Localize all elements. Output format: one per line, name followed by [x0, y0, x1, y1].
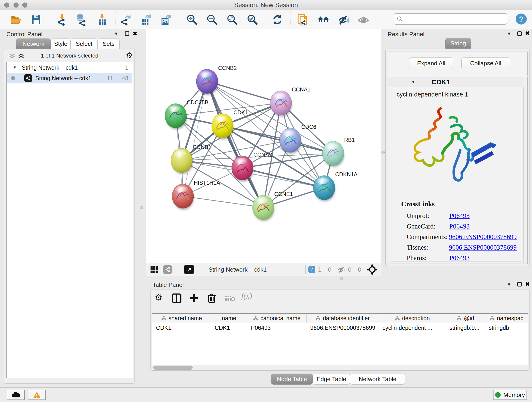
window-close-button[interactable] [4, 2, 9, 7]
network-node[interactable]: CDKN1A [313, 171, 357, 201]
results-panel-close-icon[interactable]: ✖ [525, 30, 530, 37]
export-network-icon[interactable] [119, 13, 132, 26]
results-panel-collapse-icon[interactable]: ▼ [507, 31, 511, 36]
show-columns-icon[interactable] [172, 293, 182, 303]
help-icon[interactable]: ? [516, 13, 527, 25]
delete-table-icon[interactable] [225, 295, 235, 302]
hide-eye-icon[interactable] [337, 13, 350, 26]
table-cell[interactable]: stringdb:9... [446, 323, 485, 332]
expand-all-button[interactable]: Expand All [409, 57, 453, 69]
warning-button[interactable] [28, 390, 46, 400]
selected-checkbox-icon[interactable]: ✓ [308, 266, 315, 273]
network-edge[interactable] [207, 81, 281, 103]
table-hscrollbar[interactable] [152, 365, 528, 370]
network-node[interactable]: CCNE1 [253, 191, 293, 221]
network-node[interactable]: CDK1 [212, 109, 248, 140]
network-graph[interactable]: CCNB2CCNA1CDC25BCDK1CDC6RB1CCNB1CCNA2CDK… [146, 29, 381, 263]
network-canvas[interactable]: CCNB2CCNA1CDC25BCDK1CDC6RB1CCNB1CCNA2CDK… [146, 29, 381, 263]
import-network-icon[interactable] [56, 13, 69, 26]
tab-edge-table[interactable]: Edge Table [313, 374, 350, 385]
network-node[interactable]: CDC6 [279, 124, 316, 154]
network-edge[interactable] [183, 81, 207, 196]
import-table-icon[interactable] [96, 13, 109, 26]
column-header-database-identifier[interactable]: database identifier [307, 314, 379, 323]
table-cell[interactable]: CDK1 [211, 323, 247, 332]
tab-string[interactable]: String [445, 38, 471, 49]
crosslink-link[interactable]: P06493 [449, 223, 470, 230]
window-zoom-button[interactable] [22, 2, 27, 7]
control-panel-close-icon[interactable]: ✖ [133, 30, 137, 37]
export-table-icon[interactable] [139, 13, 152, 26]
table-cell[interactable]: cyclin-dependent ... [379, 323, 446, 332]
share-document-icon[interactable] [297, 13, 309, 26]
disclosure-triangle-icon[interactable]: ▼ [13, 65, 17, 70]
network-edge[interactable] [183, 196, 263, 207]
zoom-in-icon[interactable] [186, 13, 198, 26]
crosslink-link[interactable]: P06493 [449, 212, 470, 220]
network-collection-row[interactable]: ▼ String Network – cdk1 1 [7, 62, 133, 73]
table-cell[interactable]: stringdb [485, 323, 528, 332]
table-cell[interactable]: 9606.ENSP00000378699 [307, 323, 379, 332]
show-eye-icon[interactable] [357, 13, 370, 26]
gear-icon[interactable]: ⚙ [126, 51, 133, 60]
vertical-splitter-handle[interactable] [140, 206, 143, 209]
column-header-canonical-name[interactable]: canonical name [247, 314, 307, 323]
table-cell[interactable]: CDK1 [152, 323, 211, 332]
open-in-window-icon[interactable]: ↗ [184, 265, 194, 274]
crosslink-link[interactable]: P06493 [449, 254, 470, 262]
table-panel-close-icon[interactable]: ✖ [525, 281, 530, 287]
table-cell[interactable]: P06493 [247, 323, 307, 332]
tab-select[interactable]: Select [70, 38, 98, 49]
crosslink-link[interactable]: 9606.ENSP00000378699 [449, 244, 517, 251]
column-header--id[interactable]: @id [446, 314, 485, 323]
table-row[interactable]: CDK1CDK1P064939606.ENSP00000378699cyclin… [152, 323, 528, 332]
column-header-shared-name[interactable]: shared name [152, 314, 211, 323]
column-header-name[interactable]: name [211, 314, 247, 323]
network-node[interactable]: CCNB2 [196, 65, 237, 95]
string-view-icon[interactable] [163, 265, 172, 274]
network-row[interactable]: String Network – cdk1 11 48 [7, 73, 133, 83]
column-header-description[interactable]: description [379, 314, 446, 323]
results-panel-float-icon[interactable] [517, 32, 522, 36]
network-node[interactable]: RB1 [322, 137, 355, 167]
homes-icon[interactable] [317, 13, 330, 26]
network-edge[interactable] [207, 81, 263, 207]
birdseye-crosshair-icon[interactable] [367, 264, 378, 275]
tab-style[interactable]: Style [51, 38, 70, 49]
table-hscrollbar-thumb[interactable] [153, 366, 193, 370]
network-node[interactable]: HIST1H1A [172, 180, 220, 210]
control-panel-collapse-icon[interactable]: ▼ [114, 31, 119, 36]
network-edge[interactable] [222, 126, 333, 153]
table-panel-float-icon[interactable] [517, 282, 522, 287]
table-settings-gear-icon[interactable]: ⚙ [155, 292, 162, 302]
collapse-all-button[interactable]: Collapse All [462, 57, 510, 69]
open-session-icon[interactable] [10, 13, 22, 26]
column-header-namespac[interactable]: namespac [485, 314, 528, 323]
hidden-eye-icon[interactable] [337, 266, 346, 273]
import-network-database-icon[interactable] [75, 13, 88, 26]
function-builder-icon[interactable]: f(x) [241, 292, 252, 300]
save-session-icon[interactable] [30, 13, 43, 26]
crosslink-link[interactable]: 9606.ENSP00000378699 [449, 233, 517, 241]
results-scrollbar[interactable] [523, 77, 527, 263]
memory-button[interactable]: Memory [493, 390, 527, 400]
window-minimize-button[interactable] [13, 2, 19, 7]
zoom-out-icon[interactable] [206, 13, 219, 26]
delete-column-icon[interactable] [207, 293, 216, 303]
gene-disclosure-triangle-icon[interactable]: ▼ [411, 80, 415, 84]
export-image-icon[interactable] [159, 13, 172, 26]
tab-node-table[interactable]: Node Table [271, 374, 313, 385]
search-input[interactable] [403, 16, 501, 22]
control-panel-float-icon[interactable] [125, 32, 129, 36]
zoom-selected-icon[interactable] [246, 13, 259, 26]
zoom-fit-icon[interactable] [226, 13, 239, 26]
add-column-icon[interactable] [189, 293, 199, 303]
grid-view-icon[interactable] [150, 265, 158, 274]
table-header-row[interactable]: shared namenamecanonical namedatabase id… [152, 314, 528, 323]
gene-header[interactable]: ▼ CDK1 [388, 77, 524, 87]
refresh-icon[interactable] [271, 13, 284, 26]
tab-network[interactable]: Network [16, 38, 51, 49]
tab-network-table[interactable]: Network Table [350, 374, 405, 385]
tab-sets[interactable]: Sets [98, 38, 120, 49]
table-panel-collapse-icon[interactable]: ▼ [507, 282, 511, 287]
